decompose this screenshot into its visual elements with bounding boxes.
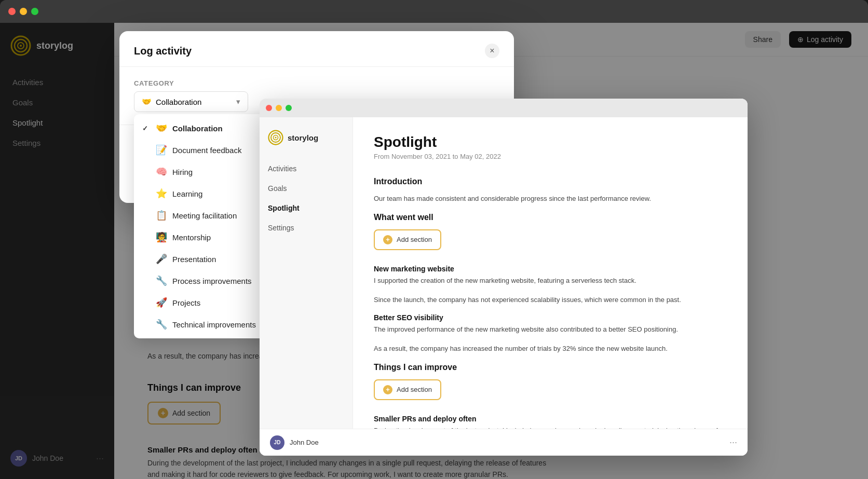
- item-label-document: Document feedback: [172, 146, 241, 155]
- inner-nav-activities[interactable]: Activities: [260, 160, 352, 177]
- item-label-meeting: Meeting facilitation: [172, 211, 237, 220]
- inner-logo-icon: [268, 130, 283, 145]
- inner-intro-text: Our team has made consistent and conside…: [374, 194, 727, 204]
- selected-emoji: 🤝: [142, 97, 152, 106]
- item-emoji-process: 🔧: [156, 275, 167, 286]
- inner-logo-text: storylog: [288, 133, 318, 142]
- inner-entry-text-1a: I supported the creation of the new mark…: [374, 276, 727, 286]
- inner-maximize-btn[interactable]: [286, 105, 292, 111]
- inner-nav-settings[interactable]: Settings: [260, 219, 352, 237]
- dropdown-item-mentorship[interactable]: 🧑‍🏫 Mentorship: [134, 226, 279, 248]
- item-label-learning: Learning: [172, 189, 202, 198]
- item-label-process: Process improvements: [172, 277, 252, 285]
- inner-spotlight-dates: From November 03, 2021 to May 02, 2022: [374, 153, 727, 160]
- item-emoji-meeting: 📋: [156, 210, 167, 221]
- inner-close-btn[interactable]: [266, 105, 272, 111]
- item-emoji-document: 📝: [156, 144, 167, 156]
- dialog-title: Log activity: [134, 45, 192, 57]
- selected-category-label: Collaboration: [156, 98, 201, 106]
- inner-sidebar: storylog Activities Goals Spotlight Sett…: [260, 117, 353, 429]
- inner-went-well-heading: What went well: [374, 213, 727, 222]
- inner-nav-spotlight[interactable]: Spotlight: [260, 199, 352, 217]
- item-emoji-technical: 🔧: [156, 319, 167, 330]
- item-label-projects: Projects: [172, 298, 200, 307]
- category-selected[interactable]: 🤝 Collaboration ▾: [134, 91, 248, 112]
- item-emoji-projects: 🚀: [156, 297, 167, 308]
- inner-add-section-btn-2[interactable]: + Add section: [374, 379, 441, 400]
- inner-more-icon[interactable]: ···: [729, 437, 737, 448]
- dropdown-item-projects[interactable]: 🚀 Projects: [134, 292, 279, 313]
- dropdown-item-presentation[interactable]: 🎤 Presentation: [134, 248, 279, 270]
- inner-user-name: John Doe: [290, 439, 319, 446]
- category-dropdown: ✓ 🤝 Collaboration 📝 Document feedback 🧠 …: [134, 114, 279, 338]
- inner-spotlight-title: Spotlight: [374, 134, 727, 150]
- inner-bottom-bar: JD John Doe ···: [260, 429, 748, 456]
- dropdown-item-process[interactable]: 🔧 Process improvements: [134, 270, 279, 292]
- dialog-close-button[interactable]: ×: [485, 44, 499, 58]
- close-window-btn[interactable]: [8, 8, 16, 15]
- inner-intro-heading: Introduction: [374, 177, 727, 186]
- item-emoji-mentorship: 🧑‍🏫: [156, 231, 167, 243]
- inner-nav-goals[interactable]: Goals: [260, 180, 352, 197]
- inner-storylog-window: storylog Activities Goals Spotlight Sett…: [260, 99, 748, 456]
- item-emoji-hiring: 🧠: [156, 166, 167, 177]
- mac-titlebar: [0, 0, 868, 23]
- dialog-header: Log activity ×: [119, 31, 514, 67]
- inner-improve-entry-text: During the development of the last proje…: [374, 426, 727, 429]
- check-icon: ✓: [142, 125, 151, 132]
- inner-entry-title-2: Better SEO visibility: [374, 313, 727, 322]
- inner-entry-text-2b: As a result, the company has increased t…: [374, 344, 727, 354]
- minimize-window-btn[interactable]: [20, 8, 27, 15]
- inner-entry-text-1b: Since the launch, the company has not ex…: [374, 295, 727, 306]
- inner-logo: storylog: [260, 130, 352, 158]
- dropdown-item-document-feedback[interactable]: 📝 Document feedback: [134, 139, 279, 161]
- inner-main-content: Spotlight From November 03, 2021 to May …: [353, 117, 748, 429]
- svg-point-7: [275, 137, 277, 139]
- inner-minimize-btn[interactable]: [276, 105, 282, 111]
- inner-add-icon-2: +: [383, 385, 392, 394]
- item-label-collaboration: Collaboration: [172, 124, 223, 133]
- inner-entry-title-1: New marketing website: [374, 265, 727, 273]
- item-label-mentorship: Mentorship: [172, 233, 211, 242]
- inner-add-icon-1: +: [383, 235, 392, 244]
- inner-add-section-btn-1[interactable]: + Add section: [374, 229, 441, 250]
- inner-avatar: JD: [270, 435, 284, 450]
- inner-improve-entry-title: Smaller PRs and deploy often: [374, 415, 727, 423]
- inner-titlebar: [260, 99, 748, 117]
- item-label-hiring: Hiring: [172, 168, 193, 176]
- outer-mac-window: storylog Activities Goals Spotlight Sett…: [0, 0, 868, 479]
- item-label-technical: Technical improvements: [172, 320, 256, 329]
- dropdown-item-learning[interactable]: ⭐ Learning: [134, 183, 279, 204]
- dropdown-item-hiring[interactable]: 🧠 Hiring: [134, 161, 279, 183]
- item-emoji-collaboration: 🤝: [156, 122, 167, 134]
- category-select-box: 🤝 Collaboration ▾ ✓ 🤝 Collaboration 📝 Do…: [134, 91, 248, 112]
- inner-entry-text-2a: The improved performance of the new mark…: [374, 324, 727, 335]
- dropdown-item-collaboration[interactable]: ✓ 🤝 Collaboration: [134, 117, 279, 139]
- item-emoji-learning: ⭐: [156, 188, 167, 199]
- category-label: Category: [134, 79, 499, 87]
- inner-body: storylog Activities Goals Spotlight Sett…: [260, 117, 748, 429]
- dropdown-item-technical[interactable]: 🔧 Technical improvements: [134, 313, 279, 335]
- inner-improve-heading: Things I can improve: [374, 363, 727, 372]
- chevron-down-icon: ▾: [236, 97, 240, 106]
- maximize-window-btn[interactable]: [31, 8, 38, 15]
- item-emoji-presentation: 🎤: [156, 253, 167, 265]
- item-label-presentation: Presentation: [172, 255, 216, 264]
- dropdown-item-meeting[interactable]: 📋 Meeting facilitation: [134, 204, 279, 226]
